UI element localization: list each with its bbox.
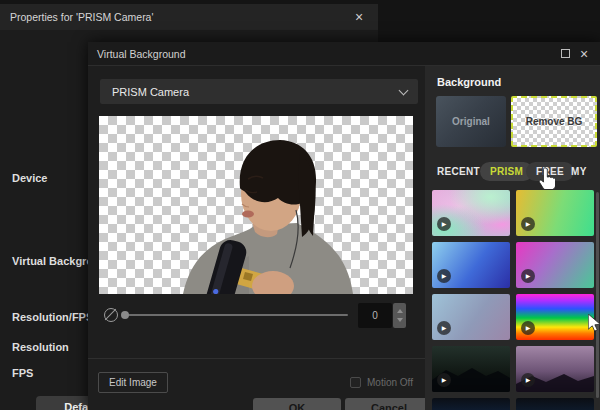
background-thumbnail-yellow-green[interactable]: ▶ (516, 190, 594, 236)
hand-cursor-icon (538, 167, 555, 189)
blur-icon (104, 308, 118, 322)
background-tabs: RECENT PRISM FREE MY (425, 162, 600, 182)
background-thumbnail-pink-teal[interactable]: ▶ (516, 242, 594, 288)
camera-source-value: PRISM Camera (112, 86, 189, 98)
background-panel-header: Background (437, 76, 501, 88)
virtual-background-dialog: Virtual Background × PRISM Camera (88, 42, 600, 410)
cancel-button[interactable]: Cancel (345, 398, 433, 410)
remove-bg-option-button[interactable]: Remove BG (511, 96, 597, 147)
play-icon[interactable]: ▶ (437, 217, 451, 231)
maximize-icon[interactable] (561, 49, 570, 58)
original-option-label: Original (452, 116, 490, 127)
person-remove-bg-image (99, 116, 413, 294)
tab-my[interactable]: MY (571, 162, 587, 181)
background-thumbnail-dark-mountains[interactable]: ▶ (432, 346, 510, 392)
blur-value-stepper[interactable] (393, 303, 406, 328)
background-panel: Background Original Remove BG RECENT PRI… (425, 66, 600, 410)
play-icon[interactable]: ▶ (437, 321, 451, 335)
blur-slider[interactable] (122, 314, 348, 316)
background-thumbnail-ocean-night-2[interactable] (516, 398, 594, 410)
properties-titlebar: Properties for 'PRISM Camera' × (0, 4, 378, 30)
dialog-titlebar: Virtual Background × (88, 42, 600, 66)
background-thumbnail-starry-sky[interactable]: ▶ (516, 346, 594, 392)
background-thumbnail-muted-pastel[interactable]: ▶ (432, 294, 510, 340)
motion-off-row: Motion Off (350, 374, 413, 390)
camera-source-select[interactable]: PRISM Camera (100, 79, 418, 104)
tab-recent[interactable]: RECENT (437, 162, 480, 181)
motion-off-checkbox[interactable] (350, 377, 361, 388)
motion-off-label: Motion Off (367, 377, 413, 388)
background-thumbnail-holographic[interactable]: ▶ (432, 190, 510, 236)
play-icon[interactable]: ▶ (521, 321, 535, 335)
dialog-title: Virtual Background (97, 48, 186, 60)
play-icon[interactable]: ▶ (437, 373, 451, 387)
blur-slider-row: 0 (88, 300, 425, 332)
sidebar-label-resolution: Resolution (12, 341, 69, 353)
background-thumbnail-blue[interactable]: ▶ (432, 242, 510, 288)
blur-value-input[interactable]: 0 (358, 303, 392, 328)
edit-image-button[interactable]: Edit Image (98, 372, 168, 393)
sidebar-label-device: Device (12, 172, 47, 184)
background-thumbnail-ocean-night-1[interactable] (432, 398, 510, 410)
close-icon[interactable]: × (348, 4, 370, 30)
play-icon[interactable]: ▶ (521, 373, 535, 387)
scrollbar[interactable] (596, 192, 599, 398)
properties-window-title: Properties for 'PRISM Camera' (10, 11, 153, 23)
play-icon[interactable]: ▶ (521, 217, 535, 231)
background-thumbnail-rainbow[interactable]: ▶ (516, 294, 594, 340)
play-icon[interactable]: ▶ (437, 269, 451, 283)
chevron-down-icon (399, 86, 409, 96)
screenshot-root: Properties for 'PRISM Camera' × Device V… (0, 0, 600, 410)
stepper-up-icon[interactable] (397, 309, 403, 313)
divider (88, 358, 425, 359)
ok-button[interactable]: OK (253, 398, 341, 410)
stepper-down-icon[interactable] (397, 318, 403, 322)
arrow-cursor-icon (588, 314, 600, 332)
camera-preview (99, 116, 413, 294)
play-icon[interactable]: ▶ (521, 269, 535, 283)
sidebar-label-fps: FPS (12, 367, 33, 379)
original-option-button[interactable]: Original (436, 96, 506, 147)
blur-slider-handle[interactable] (121, 311, 129, 319)
close-icon[interactable]: × (574, 42, 594, 66)
remove-bg-option-label: Remove BG (526, 116, 583, 127)
